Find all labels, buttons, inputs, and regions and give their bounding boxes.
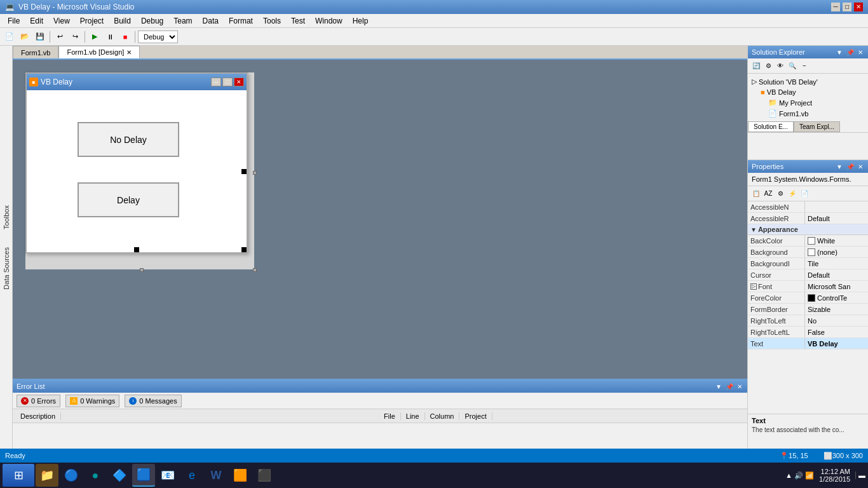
form-close-btn[interactable]: ✕ xyxy=(234,78,244,86)
warnings-button[interactable]: ⚠ 0 Warnings xyxy=(65,395,119,407)
props-pin[interactable]: 📌 xyxy=(845,163,855,170)
props-alphabetical[interactable]: AZ xyxy=(763,188,774,200)
designer-handle-br[interactable] xyxy=(253,268,257,272)
sol-exp-properties[interactable]: ⚙ xyxy=(763,60,774,72)
prop-row-righttoleft[interactable]: RightToLeft No xyxy=(748,315,868,327)
minimize-button[interactable]: ─ xyxy=(831,3,840,11)
toolbar-open[interactable]: 📂 xyxy=(18,30,32,44)
prop-row-accessible-r[interactable]: AccessibleR Default xyxy=(748,213,868,224)
taskbar-ie[interactable]: e xyxy=(180,464,203,487)
menu-item-build[interactable]: Build xyxy=(109,15,136,27)
sol-item-myproject[interactable]: 📁 My Project xyxy=(750,97,865,108)
toolbar-save[interactable]: 💾 xyxy=(33,30,47,44)
menu-item-edit[interactable]: Edit xyxy=(25,15,48,27)
sol-item-project[interactable]: ■ VB Delay xyxy=(750,87,865,97)
sol-item-form1vb[interactable]: 📄 Form1.vb xyxy=(750,108,865,119)
nodelay-button[interactable]: No Delay xyxy=(78,122,179,157)
prop-row-formborderstyle[interactable]: FormBorder Sizable xyxy=(748,304,868,315)
data-sources-label[interactable]: Data Sources xyxy=(1,245,11,292)
form-restore-btn[interactable]: □ xyxy=(222,78,233,86)
resize-handle-bm[interactable] xyxy=(134,247,139,252)
error-list-toolbar: ✕ 0 Errors ⚠ 0 Warnings i 0 Messages xyxy=(13,393,747,409)
errors-button[interactable]: ✕ 0 Errors xyxy=(17,395,60,407)
taskbar-arduino[interactable]: ● xyxy=(84,464,107,487)
toolbar-stop[interactable]: ■ xyxy=(118,30,132,44)
taskbar-file-explorer[interactable]: 📁 xyxy=(36,464,58,487)
taskbar-tiles[interactable]: 🟧 xyxy=(229,464,252,487)
taskbar-powershell[interactable]: ⬛ xyxy=(253,464,276,487)
menu-item-data[interactable]: Data xyxy=(198,15,224,27)
delay-button[interactable]: Delay xyxy=(78,182,179,217)
form-minimize-btn[interactable]: ─ xyxy=(211,78,221,86)
form-body[interactable]: No Delay Delay xyxy=(27,90,247,252)
prop-row-backcolor[interactable]: BackColor White xyxy=(748,235,868,247)
taskbar-visualstudio[interactable]: 🟦 xyxy=(132,464,155,487)
messages-button[interactable]: i 0 Messages xyxy=(125,395,181,407)
sol-exp-pin[interactable]: 📌 xyxy=(845,49,855,56)
taskbar-word[interactable]: W xyxy=(205,464,227,487)
error-list-dropdown[interactable]: ▼ xyxy=(714,383,723,390)
toolbar-redo[interactable]: ↪ xyxy=(68,30,82,44)
toolbar-undo[interactable]: ↩ xyxy=(53,30,67,44)
toolbox-label[interactable]: Toolbox xyxy=(1,203,11,232)
debug-mode-dropdown[interactable]: Debug xyxy=(138,30,178,43)
prop-row-righttoleftlayout[interactable]: RightToLeftL False xyxy=(748,327,868,338)
sol-exp-refresh[interactable]: 🔄 xyxy=(750,60,762,72)
menu-item-debug[interactable]: Debug xyxy=(136,15,168,27)
error-list-close[interactable]: ✕ xyxy=(736,383,743,390)
sol-exp-close[interactable]: ✕ xyxy=(857,49,864,56)
menu-item-project[interactable]: Project xyxy=(75,15,109,27)
team-explorer-tab[interactable]: Team Expl... xyxy=(794,121,840,132)
tab-form1vb[interactable]: Form1.vb xyxy=(13,46,58,58)
prop-row-cursor[interactable]: Cursor Default xyxy=(748,269,868,281)
props-close[interactable]: ✕ xyxy=(857,163,864,170)
menu-item-team[interactable]: Team xyxy=(168,15,197,27)
menu-item-tools[interactable]: Tools xyxy=(258,15,286,27)
sol-exp-filter[interactable]: 🔍 xyxy=(787,60,798,72)
prop-row-backgroundimagelayout[interactable]: BackgroundI Tile xyxy=(748,258,868,269)
props-categorized[interactable]: 📋 xyxy=(750,188,762,200)
taskbar-show-desktop[interactable]: ▬ xyxy=(855,471,865,479)
prop-row-forecolor[interactable]: ForeColor ControlTe xyxy=(748,292,868,304)
taskbar-chrome[interactable]: 🔵 xyxy=(60,464,83,487)
prop-row-text[interactable]: Text VB Delay xyxy=(748,338,868,349)
prop-row-backgroundimage[interactable]: Background (none) xyxy=(748,247,868,258)
maximize-button[interactable]: □ xyxy=(843,3,851,11)
toolbar-start[interactable]: ▶ xyxy=(88,30,102,44)
designer-handle[interactable] xyxy=(140,268,144,272)
start-button[interactable]: ⊞ xyxy=(3,464,34,487)
props-events[interactable]: ⚡ xyxy=(787,188,798,200)
props-dropdown[interactable]: ▼ xyxy=(835,163,844,170)
designer-handle-r[interactable] xyxy=(253,171,257,175)
prop-row-font[interactable]: ▷Font Microsoft San xyxy=(748,281,868,292)
menu-item-format[interactable]: Format xyxy=(224,15,258,27)
sol-item-root[interactable]: ▷ Solution 'VB Delay' xyxy=(750,76,865,87)
font-expand-icon[interactable]: ▷ xyxy=(750,283,757,290)
menu-item-file[interactable]: File xyxy=(3,15,25,27)
form-designer[interactable]: ■ VB Delay ─ □ ✕ No Delay Delay xyxy=(25,72,254,269)
taskbar-system-icons: ▲ 🔊 📶 xyxy=(785,471,814,480)
appearance-expand-icon[interactable]: ▼ xyxy=(750,226,757,233)
props-pages[interactable]: 📄 xyxy=(799,188,810,200)
properties-panel: Properties ▼ 📌 ✕ Form1 System.Windows.Fo… xyxy=(748,160,868,449)
sol-exp-show-all[interactable]: 👁 xyxy=(775,60,786,72)
sol-exp-dropdown[interactable]: ▼ xyxy=(835,49,844,56)
close-button[interactable]: ✕ xyxy=(854,3,863,11)
resize-handle-br[interactable] xyxy=(241,247,247,252)
solution-explorer-tab[interactable]: Solution E... xyxy=(748,121,794,132)
menu-item-test[interactable]: Test xyxy=(286,15,310,27)
sol-exp-collapse[interactable]: − xyxy=(799,60,810,72)
error-list-pin[interactable]: 📌 xyxy=(724,383,735,390)
toolbar-pause[interactable]: ⏸ xyxy=(103,30,117,44)
toolbar-newproject[interactable]: 📄 xyxy=(3,30,17,44)
props-properties[interactable]: ⚙ xyxy=(775,188,786,200)
prop-row-accessible-n[interactable]: AccessibleN xyxy=(748,201,868,213)
menu-item-window[interactable]: Window xyxy=(310,15,348,27)
tab-close-icon[interactable]: ✕ xyxy=(126,49,132,56)
menu-item-help[interactable]: Help xyxy=(348,15,374,27)
taskbar-java[interactable]: 🔷 xyxy=(108,464,131,487)
taskbar-filezilla[interactable]: 📧 xyxy=(156,464,179,487)
resize-handle-mr[interactable] xyxy=(241,169,247,174)
menu-item-view[interactable]: View xyxy=(48,15,75,27)
tab-form1vb-design[interactable]: Form1.vb [Design] ✕ xyxy=(58,46,140,58)
